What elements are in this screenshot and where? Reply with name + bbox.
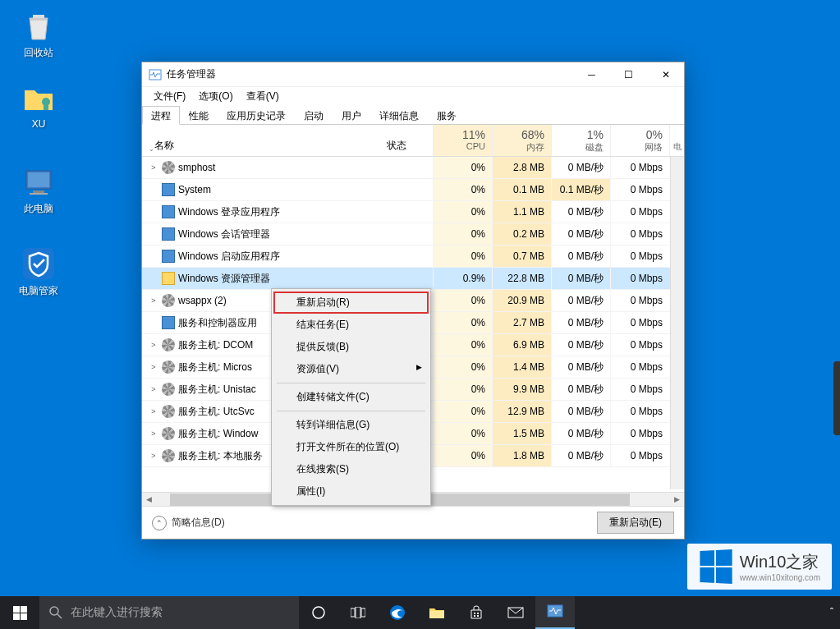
taskbar-taskmgr-running[interactable]	[535, 596, 575, 629]
cpu-cell: 0%	[433, 356, 492, 378]
watermark: Win10之家 www.win10xitong.com	[687, 544, 832, 590]
svg-rect-12	[21, 613, 27, 620]
taskbar-mail[interactable]	[496, 596, 535, 629]
column-status[interactable]: 状态	[383, 125, 433, 156]
svg-point-13	[50, 607, 58, 615]
desktop-icon-guanjia[interactable]: 电脑管家	[10, 246, 67, 298]
table-row[interactable]: Windows 登录应用程序0%1.1 MB0 MB/秒0 Mbps	[142, 201, 684, 223]
menu-view[interactable]: 查看(V)	[240, 88, 286, 105]
column-memory[interactable]: 68%内存	[492, 125, 551, 156]
fewer-details-toggle[interactable]: ⌃ 简略信息(D)	[152, 516, 225, 530]
tab-users[interactable]: 用户	[333, 106, 370, 125]
taskbar-store[interactable]	[457, 596, 496, 629]
memory-cell: 22.8 MB	[492, 268, 551, 289]
svg-rect-17	[356, 607, 360, 618]
column-network[interactable]: 0%网络	[610, 125, 669, 156]
process-name: Windows 会话管理器	[178, 227, 270, 241]
expand-toggle[interactable]: >	[149, 407, 158, 416]
tab-processes[interactable]: 进程	[142, 106, 180, 125]
desktop-icon-folder-xu[interactable]: XU	[10, 80, 67, 130]
svg-point-15	[313, 607, 324, 618]
context-menu-item[interactable]: 属性(I)	[273, 480, 429, 503]
context-menu-item[interactable]: 转到详细信息(G)	[273, 414, 429, 436]
taskbar-cortana[interactable]	[299, 596, 338, 629]
taskbar-taskview[interactable]	[338, 596, 378, 629]
svg-line-14	[57, 614, 62, 618]
memory-cell: 9.9 MB	[492, 379, 551, 400]
start-button[interactable]	[0, 596, 39, 629]
expand-toggle[interactable]: >	[149, 363, 158, 371]
tab-services[interactable]: 服务	[428, 106, 466, 125]
column-extra[interactable]: 电	[669, 125, 684, 156]
desktop-icon-this-pc[interactable]: 此电脑	[10, 164, 67, 216]
cpu-cell: 0%	[433, 223, 492, 245]
tray-chevron-icon[interactable]: ˆ	[830, 607, 833, 618]
system-tray[interactable]: ˆ	[830, 607, 840, 618]
cpu-cell: 0.9%	[433, 268, 492, 289]
minimize-button[interactable]: ─	[573, 62, 610, 87]
restart-button[interactable]: 重新启动(E)	[597, 512, 674, 534]
context-menu-item[interactable]: 在线搜索(S)	[273, 458, 429, 480]
memory-cell: 0.1 MB	[492, 179, 551, 200]
svg-rect-24	[477, 615, 479, 617]
maximize-button[interactable]: ☐	[610, 62, 647, 87]
cpu-cell: 0%	[433, 379, 492, 400]
table-row[interactable]: Windows 资源管理器0.9%22.8 MB0 MB/秒0 Mbps	[142, 268, 684, 290]
context-menu-item[interactable]: 打开文件所在的位置(O)	[273, 436, 429, 458]
tab-performance[interactable]: 性能	[180, 106, 218, 125]
column-disk[interactable]: 1%磁盘	[551, 125, 610, 156]
expand-toggle[interactable]: >	[149, 163, 158, 172]
process-name: 服务主机: Micros	[178, 360, 252, 374]
table-row[interactable]: >smphost0%2.8 MB0 MB/秒0 Mbps	[142, 157, 684, 179]
svg-rect-4	[28, 172, 49, 187]
menu-file[interactable]: 文件(F)	[147, 88, 192, 105]
svg-rect-22	[477, 613, 479, 614]
taskbar-edge[interactable]	[378, 596, 417, 629]
cpu-cell: 0%	[433, 401, 492, 422]
expand-toggle[interactable]: >	[149, 341, 158, 349]
column-cpu[interactable]: 11%CPU	[433, 125, 492, 156]
tab-app-history[interactable]: 应用历史记录	[218, 106, 295, 125]
disk-cell: 0 MB/秒	[551, 201, 610, 223]
network-cell: 0 Mbps	[610, 401, 669, 422]
tab-startup[interactable]: 启动	[295, 106, 333, 125]
expand-toggle[interactable]: >	[149, 452, 158, 460]
memory-cell: 0.7 MB	[492, 246, 551, 267]
side-handle[interactable]	[833, 361, 840, 435]
svg-rect-21	[474, 613, 475, 614]
table-row[interactable]: Windows 会话管理器0%0.2 MB0 MB/秒0 Mbps	[142, 223, 684, 246]
process-name: Windows 登录应用程序	[178, 205, 280, 219]
context-menu-item[interactable]: 重新启动(R)	[273, 292, 429, 314]
process-name: smphost	[178, 162, 215, 173]
process-icon	[162, 449, 175, 462]
expand-toggle[interactable]: >	[149, 385, 158, 393]
close-button[interactable]: ✕	[647, 62, 684, 87]
tab-details[interactable]: 详细信息	[370, 106, 428, 125]
titlebar[interactable]: 任务管理器 ─ ☐ ✕	[142, 62, 684, 87]
svg-rect-11	[13, 613, 20, 620]
vertical-scrollbar[interactable]	[670, 157, 684, 489]
expand-toggle[interactable]: >	[149, 296, 158, 305]
svg-rect-6	[30, 193, 48, 195]
taskbar-search[interactable]: 在此键入进行搜索	[39, 596, 299, 629]
table-row[interactable]: Windows 启动应用程序0%0.7 MB0 MB/秒0 Mbps	[142, 246, 684, 268]
desktop-icon-recycle-bin[interactable]: 回收站	[10, 8, 67, 60]
context-menu-item[interactable]: 资源值(V)▶	[273, 358, 429, 380]
svg-rect-18	[361, 608, 365, 617]
process-icon	[162, 427, 175, 440]
column-name[interactable]: ⌄名称	[142, 125, 383, 156]
menu-options[interactable]: 选项(O)	[192, 88, 239, 105]
context-menu-item[interactable]: 结束任务(E)	[273, 314, 429, 336]
expand-toggle[interactable]: >	[149, 429, 158, 438]
memory-cell: 6.9 MB	[492, 334, 551, 356]
network-cell: 0 Mbps	[610, 379, 669, 400]
process-name: Windows 资源管理器	[178, 272, 270, 286]
process-name: 服务主机: Window	[178, 427, 258, 441]
disk-cell: 0 MB/秒	[551, 401, 610, 422]
taskbar-explorer[interactable]	[417, 596, 457, 629]
context-menu-item[interactable]: 创建转储文件(C)	[273, 386, 429, 408]
cpu-cell: 0%	[433, 312, 492, 333]
table-row[interactable]: System0%0.1 MB0.1 MB/秒0 Mbps	[142, 179, 684, 201]
context-menu-item[interactable]: 提供反馈(B)	[273, 336, 429, 358]
process-icon	[162, 360, 175, 374]
